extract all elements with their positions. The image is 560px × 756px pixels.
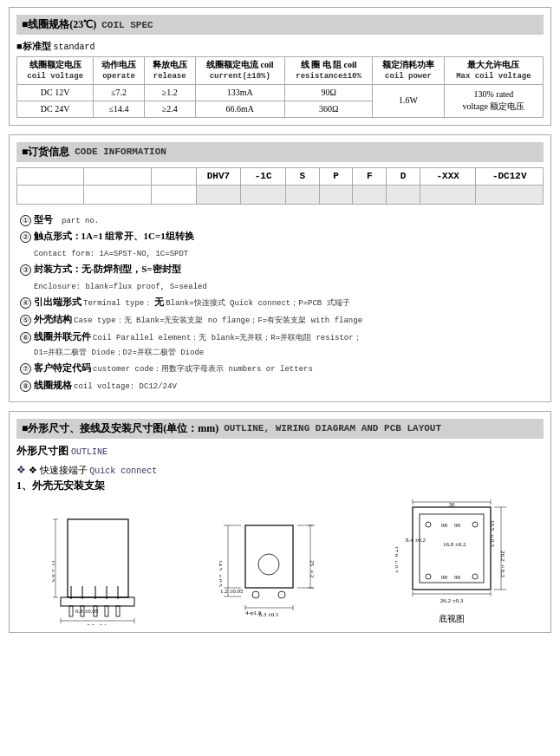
svg-text:30: 30 bbox=[448, 501, 455, 508]
svg-text:26.2 ±0.3: 26.2 ±0.3 bbox=[440, 597, 463, 604]
diamond-icon: ❖ bbox=[16, 464, 26, 476]
code-items-list: ① 型号 part no. ② 触点形式：1A=1 组常开、1C=1组转换 Co… bbox=[16, 212, 544, 394]
code-info-header: ■订货信息 CODE INFORMATION bbox=[16, 142, 544, 162]
svg-text:26.2 ±0.3: 26.2 ±0.3 bbox=[499, 551, 506, 577]
standard-en: standard bbox=[53, 42, 94, 52]
coil-table: 线圈额定电压coil voltage 动作电压operate 释放电压relea… bbox=[16, 56, 544, 118]
code-item-6: ⑥ 线圈并联元件 Coil Parallel element：无 blank=无… bbox=[20, 329, 544, 346]
cell-resistance-24: 360Ω bbox=[285, 101, 373, 117]
diagram-bottom: 98 98 98 98 30 26.2 ±0.3 26.2 ±0.3 bbox=[395, 499, 508, 625]
svg-text:98: 98 bbox=[441, 522, 448, 529]
svg-point-37 bbox=[252, 591, 259, 598]
code-item-1: ① 型号 part no. bbox=[20, 212, 544, 229]
bottom-view-label: 底视图 bbox=[439, 613, 465, 625]
code-item-2-en: Contact form: 1A=SPST-NO, 1C=SPDT bbox=[34, 245, 544, 261]
code-info-title-cn: ■订货信息 bbox=[22, 145, 69, 160]
col-header-power: 额定消耗功率coil power bbox=[373, 57, 445, 85]
cell-power: 1.6W bbox=[373, 84, 445, 117]
svg-rect-11 bbox=[116, 606, 120, 616]
front-view-svg: 9.5 ±0.1 11 ±0.5 0.8 ±0.05 bbox=[52, 512, 147, 625]
code-row-boxes bbox=[17, 185, 544, 204]
cell-operate-12: ≤7.2 bbox=[94, 84, 145, 101]
svg-text:1.2 ±0.05: 1.2 ±0.05 bbox=[220, 588, 244, 595]
code-table: DHV7 -1C S P F D -XXX -DC12V bbox=[16, 167, 544, 205]
standard-label: ■标准型 standard bbox=[16, 40, 544, 53]
cell-current-12: 133mA bbox=[195, 84, 284, 101]
col-header-operate: 动作电压operate bbox=[94, 57, 145, 85]
quick-connect-cn: ❖ 快速接端子 bbox=[29, 465, 88, 475]
code-item-8: ⑧ 线圈规格 coil voltage: DC12/24V bbox=[20, 377, 544, 394]
code-item-3: ③ 封装方式：无-防焊剂型，S=密封型 bbox=[20, 261, 544, 278]
svg-text:8.4 ±0.2: 8.4 ±0.2 bbox=[406, 537, 427, 544]
table-row: DC 12V ≤7.2 ≥1.2 133mA 90Ω 1.6W 130% rat… bbox=[17, 84, 544, 101]
svg-rect-6 bbox=[61, 597, 134, 606]
svg-point-45 bbox=[426, 522, 431, 527]
svg-text:25 ±2: 25 ±2 bbox=[309, 560, 316, 578]
svg-text:17.9 ±0.2: 17.9 ±0.2 bbox=[395, 546, 400, 573]
code-item-4: ④ 引出端形式 Terminal type： 无 Blank=快连接式 Quic… bbox=[20, 294, 544, 311]
quick-connect-label: ❖ ❖ 快速接端子 Quick connect bbox=[16, 464, 544, 477]
col-header-resistance: 线 圈 电 阻 coilresistance±10% bbox=[285, 57, 373, 85]
svg-text:98: 98 bbox=[454, 522, 461, 529]
svg-rect-44 bbox=[420, 514, 484, 583]
outline-subtitle-en: OUTLINE bbox=[71, 447, 107, 457]
svg-rect-0 bbox=[68, 519, 128, 597]
diagram-front: 9.5 ±0.1 11 ±0.5 0.8 ±0.05 bbox=[52, 512, 147, 625]
svg-point-22 bbox=[258, 554, 279, 575]
outline-header: ■外形尺寸、接线及安装尺寸图(单位：mm) OUTLINE, WIRING DI… bbox=[16, 419, 544, 439]
standard-cn: ■标准型 bbox=[16, 41, 51, 51]
code-table-wrapper: DHV7 -1C S P F D -XXX -DC12V bbox=[16, 167, 544, 205]
code-item-3-en: Enclosure: blank=flux proof, S=sealed bbox=[34, 278, 544, 294]
svg-rect-10 bbox=[105, 606, 108, 616]
outline-title-en: OUTLINE, WIRING DIAGRAM AND PCB LAYOUT bbox=[224, 423, 441, 433]
code-item-6-cont: D1=并联二极管 Diode；D2=并联二极管 Diode bbox=[34, 346, 544, 360]
diagram-side: 25 ±2 6.3 ±0.1 1.2 ±0.05 4-φ1.8 1 bbox=[219, 512, 323, 625]
diagrams-row: 9.5 ±0.1 11 ±0.5 0.8 ±0.05 bbox=[16, 499, 544, 625]
svg-text:16.8 ±0.2: 16.8 ±0.2 bbox=[443, 541, 466, 548]
svg-text:9.5 ±0.1: 9.5 ±0.1 bbox=[88, 622, 108, 625]
svg-text:6.3 ±0.1: 6.3 ±0.1 bbox=[258, 611, 279, 618]
outline-title-cn: ■外形尺寸、接线及安装尺寸图(单位：mm) bbox=[22, 421, 218, 436]
svg-text:4-φ1.8: 4-φ1.8 bbox=[245, 609, 262, 616]
svg-rect-21 bbox=[245, 525, 293, 588]
quick-connect-en: Quick connect bbox=[89, 466, 157, 476]
svg-point-48 bbox=[472, 574, 478, 579]
code-item-5: ⑤ 外壳结构 Case type：无 Blank=无安装支架 no flange… bbox=[20, 311, 544, 329]
svg-text:10.5 ±0.3: 10.5 ±0.3 bbox=[489, 520, 496, 547]
code-item-7: ⑦ 客户特定代码 customer code：用数字或字母表示 numbers … bbox=[20, 360, 544, 377]
svg-text:98: 98 bbox=[454, 574, 461, 581]
svg-text:0.8 ±0.05: 0.8 ±0.05 bbox=[75, 608, 99, 615]
cell-voltage-24: DC 24V bbox=[17, 101, 94, 117]
col-header-voltage: 线圈额定电压coil voltage bbox=[17, 57, 94, 85]
svg-point-38 bbox=[278, 591, 285, 598]
cell-current-24: 66.6mA bbox=[195, 101, 284, 117]
svg-rect-7 bbox=[69, 606, 73, 616]
bottom-view-svg: 98 98 98 98 30 26.2 ±0.3 26.2 ±0.3 bbox=[395, 499, 508, 611]
code-row-empty: DHV7 -1C S P F D -XXX -DC12V bbox=[17, 167, 544, 185]
outline-subtitle: 外形尺寸图 OUTLINE bbox=[16, 444, 544, 459]
svg-text:11 ±0.5: 11 ±0.5 bbox=[52, 560, 56, 583]
cell-maxvoltage: 130% ratedvoltage 额定电压 bbox=[444, 84, 543, 117]
coil-spec-title-en: COIL SPEC bbox=[101, 20, 153, 30]
svg-point-47 bbox=[472, 522, 478, 527]
svg-text:14.5 ±0.5: 14.5 ±0.5 bbox=[219, 560, 224, 587]
cell-operate-24: ≤14.4 bbox=[94, 101, 145, 117]
coil-spec-header: ■线圈规格(23℃) COIL SPEC bbox=[16, 15, 544, 35]
cell-resistance-12: 90Ω bbox=[285, 84, 373, 101]
svg-rect-43 bbox=[413, 507, 491, 590]
col-header-current: 线圈额定电流 coilcurrent(±10%) bbox=[195, 57, 284, 85]
code-info-title-en: CODE INFORMATION bbox=[75, 147, 166, 157]
code-item-2: ② 触点形式：1A=1 组常开、1C=1组转换 bbox=[20, 228, 544, 245]
outline-subtitle-cn: 外形尺寸图 bbox=[16, 445, 68, 457]
coil-spec-section: ■线圈规格(23℃) COIL SPEC ■标准型 standard 线圈额定电… bbox=[9, 7, 551, 126]
outline-section: ■外形尺寸、接线及安装尺寸图(单位：mm) OUTLINE, WIRING DI… bbox=[9, 411, 551, 633]
mount-label: 1、外壳无安装支架 bbox=[16, 479, 544, 493]
col-header-release: 释放电压release bbox=[144, 57, 195, 85]
coil-spec-title-cn: ■线圈规格(23℃) bbox=[22, 17, 96, 32]
col-header-maxvoltage: 最大允许电压Max coil voltage bbox=[444, 57, 543, 85]
cell-release-24: ≥2.4 bbox=[144, 101, 195, 117]
svg-point-46 bbox=[426, 574, 431, 579]
code-info-section: ■订货信息 CODE INFORMATION DHV7 -1C S P F D … bbox=[9, 134, 551, 402]
cell-release-12: ≥1.2 bbox=[144, 84, 195, 101]
side-view-svg: 25 ±2 6.3 ±0.1 1.2 ±0.05 4-φ1.8 1 bbox=[219, 512, 323, 625]
